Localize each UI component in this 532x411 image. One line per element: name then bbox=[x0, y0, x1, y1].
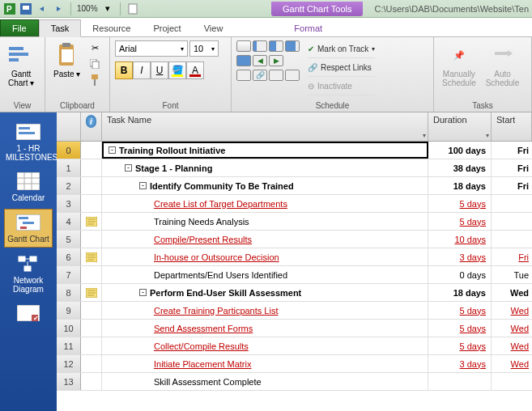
header-start[interactable]: Start bbox=[492, 112, 532, 141]
outline-toggle[interactable]: - bbox=[139, 289, 147, 296]
table-row[interactable]: 1-Stage 1 - Planning38 daysFri bbox=[57, 159, 532, 177]
tab-task[interactable]: Task bbox=[39, 19, 82, 37]
header-task-name[interactable]: Task Name▾ bbox=[102, 112, 428, 141]
start-cell[interactable]: Wed bbox=[492, 284, 532, 301]
row-id-cell[interactable]: 1 bbox=[57, 159, 81, 176]
row-id-cell[interactable]: 9 bbox=[57, 302, 81, 319]
progress-25-button[interactable] bbox=[253, 40, 267, 52]
start-cell[interactable]: Wed bbox=[492, 355, 532, 372]
view-more[interactable]: ✔ bbox=[4, 300, 53, 328]
italic-button[interactable]: I bbox=[133, 61, 151, 79]
start-cell[interactable]: Wed bbox=[492, 302, 532, 319]
table-row[interactable]: 6In-house or Outsource Decision3 daysFri bbox=[57, 248, 532, 266]
unlink-button[interactable] bbox=[269, 70, 283, 81]
paste-button[interactable]: Paste ▾ bbox=[50, 40, 83, 80]
progress-0-button[interactable] bbox=[236, 40, 251, 52]
copy-button[interactable] bbox=[87, 57, 103, 71]
start-cell[interactable]: Fri bbox=[492, 142, 532, 159]
task-name-cell[interactable]: -Training Rollout Initiative bbox=[102, 142, 428, 159]
task-name-cell[interactable]: Send Assessment Forms bbox=[102, 320, 428, 337]
start-cell[interactable]: Fri bbox=[492, 159, 532, 176]
table-row[interactable]: 13Skill Assessment Complete bbox=[57, 373, 532, 391]
row-id-cell[interactable]: 0 bbox=[57, 142, 81, 159]
start-cell[interactable]: Fri bbox=[492, 248, 532, 265]
tab-format[interactable]: Format bbox=[283, 20, 334, 36]
header-indicators[interactable]: i bbox=[81, 112, 102, 141]
chevron-down-icon[interactable]: ▾ bbox=[486, 132, 489, 139]
tab-project[interactable]: Project bbox=[142, 20, 192, 36]
progress-100-button[interactable] bbox=[236, 55, 251, 66]
duration-cell[interactable]: 5 days bbox=[428, 302, 492, 319]
start-cell[interactable] bbox=[492, 231, 532, 248]
redo-icon[interactable] bbox=[52, 2, 65, 15]
move-button[interactable] bbox=[236, 70, 251, 81]
chevron-down-icon[interactable]: ▾ bbox=[423, 132, 426, 139]
fill-color-button[interactable]: 🪣 bbox=[168, 61, 186, 79]
view-gantt-chart[interactable]: Gantt Chart bbox=[4, 209, 53, 248]
header-duration[interactable]: Duration▾ bbox=[428, 112, 492, 141]
task-name-cell[interactable]: Collect/Compile Results bbox=[102, 337, 428, 354]
row-id-cell[interactable]: 11 bbox=[57, 337, 81, 354]
font-name-combo[interactable]: Arial▾ bbox=[115, 40, 188, 57]
row-id-cell[interactable]: 10 bbox=[57, 320, 81, 337]
progress-75-button[interactable] bbox=[285, 40, 300, 52]
table-row[interactable]: 5Compile/Present Results10 days bbox=[57, 231, 532, 248]
duration-cell[interactable]: 5 days bbox=[428, 195, 492, 212]
task-name-cell[interactable]: Initiate Placement Matrix bbox=[102, 355, 428, 372]
start-cell[interactable]: Tue bbox=[492, 266, 532, 283]
tab-view[interactable]: View bbox=[193, 20, 235, 36]
duration-cell[interactable]: 100 days bbox=[428, 142, 492, 159]
task-name-cell[interactable]: Training Needs Analysis bbox=[102, 213, 428, 230]
outline-toggle[interactable]: - bbox=[109, 146, 116, 154]
header-id[interactable] bbox=[57, 112, 81, 141]
undo-icon[interactable] bbox=[36, 2, 49, 15]
table-row[interactable]: 10Send Assessment Forms5 daysWed bbox=[57, 320, 532, 337]
table-row[interactable]: 11Collect/Compile Results5 daysWed bbox=[57, 337, 532, 355]
table-row[interactable]: 9Create Training Particpants List5 daysW… bbox=[57, 302, 532, 320]
gantt-chart-button[interactable]: Gantt Chart ▾ bbox=[5, 40, 37, 89]
table-row[interactable]: 2-Identify Community To Be Trained18 day… bbox=[57, 177, 532, 195]
duration-cell[interactable]: 0 days bbox=[428, 266, 492, 283]
auto-schedule-button[interactable]: Auto Schedule bbox=[483, 40, 523, 89]
duration-cell[interactable]: 5 days bbox=[428, 320, 492, 337]
outdent-button[interactable]: ◀ bbox=[253, 55, 267, 66]
zoom-level[interactable]: 100% bbox=[77, 4, 98, 13]
start-cell[interactable] bbox=[492, 373, 532, 390]
start-cell[interactable]: Wed bbox=[492, 320, 532, 337]
duration-cell[interactable] bbox=[428, 373, 492, 390]
row-id-cell[interactable]: 12 bbox=[57, 355, 81, 372]
duration-cell[interactable]: 10 days bbox=[428, 231, 492, 248]
view-network-diagram[interactable]: Network Diagram bbox=[4, 251, 53, 297]
manual-schedule-button[interactable]: 📌 Manually Schedule bbox=[439, 40, 479, 89]
task-name-cell[interactable]: -Perform End-User Skill Assessment bbox=[102, 284, 428, 301]
view-calendar[interactable]: Calendar bbox=[4, 168, 53, 206]
duration-cell[interactable]: 3 days bbox=[428, 355, 492, 372]
table-row[interactable]: 4Training Needs Analysis5 days bbox=[57, 213, 532, 231]
task-name-cell[interactable]: -Identify Community To Be Trained bbox=[102, 177, 428, 194]
duration-cell[interactable]: 18 days bbox=[428, 177, 492, 194]
start-cell[interactable] bbox=[492, 213, 532, 230]
table-row[interactable]: 8-Perform End-User Skill Assessment18 da… bbox=[57, 284, 532, 302]
task-name-cell[interactable]: Departments/End Users Identified bbox=[102, 266, 428, 283]
start-cell[interactable] bbox=[492, 195, 532, 212]
row-id-cell[interactable]: 6 bbox=[57, 248, 81, 265]
bold-button[interactable]: B bbox=[115, 61, 133, 79]
start-cell[interactable]: Fri bbox=[492, 177, 532, 194]
task-name-cell[interactable]: -Stage 1 - Planning bbox=[102, 159, 428, 176]
format-painter-button[interactable] bbox=[87, 73, 103, 87]
duration-cell[interactable]: 5 days bbox=[428, 213, 492, 230]
indent-button[interactable]: ▶ bbox=[269, 55, 283, 66]
task-name-cell[interactable]: Create List of Target Departments bbox=[102, 195, 428, 212]
split-button[interactable] bbox=[285, 70, 300, 81]
row-id-cell[interactable]: 3 bbox=[57, 195, 81, 212]
table-row[interactable]: 0-Training Rollout Initiative100 daysFri bbox=[57, 142, 532, 159]
task-name-cell[interactable]: Skill Assessment Complete bbox=[102, 373, 428, 390]
table-row[interactable]: 12Initiate Placement Matrix3 daysWed bbox=[57, 355, 532, 373]
row-id-cell[interactable]: 8 bbox=[57, 284, 81, 301]
row-id-cell[interactable]: 7 bbox=[57, 266, 81, 283]
view-milestones[interactable]: 1 - HR MILESTONES bbox=[4, 119, 53, 165]
task-name-cell[interactable]: Create Training Particpants List bbox=[102, 302, 428, 319]
task-name-cell[interactable]: Compile/Present Results bbox=[102, 231, 428, 248]
font-color-button[interactable]: A bbox=[186, 61, 204, 79]
save-icon[interactable] bbox=[19, 2, 32, 15]
